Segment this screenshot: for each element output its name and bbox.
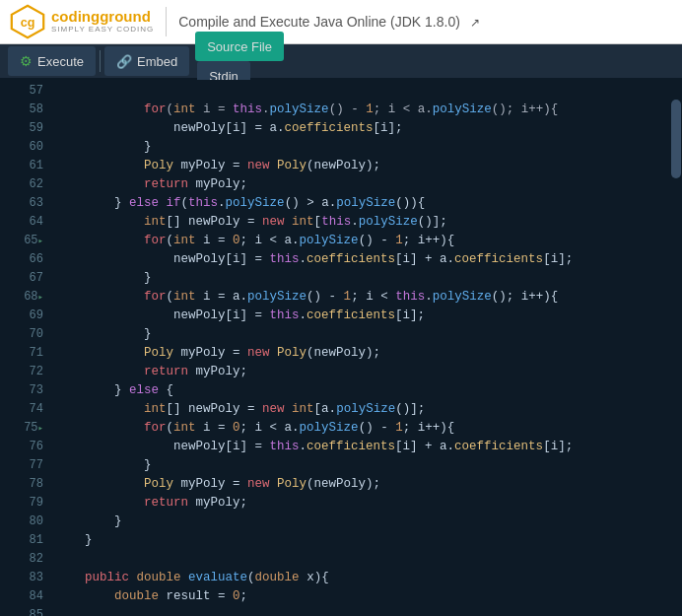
line-78: 78 (0, 475, 43, 494)
scrollbar-track[interactable] (670, 80, 682, 616)
code-line-75: for(int i = 0; i < a.polySize() - 1; i++… (55, 419, 670, 438)
code-line-69: newPoly[i] = this.coefficients[i]; (55, 307, 670, 325)
line-75: 75▸ (0, 419, 43, 438)
code-line-72: return myPoly; (55, 363, 670, 381)
code-line-62: return myPoly; (55, 175, 670, 194)
line-66: 66 (0, 250, 43, 269)
line-59: 59 (0, 119, 43, 138)
code-line-84: double result = 0; (55, 587, 670, 606)
source-file-tab[interactable]: Source File (195, 32, 284, 61)
header-divider (166, 7, 167, 36)
code-line-78: Poly myPoly = new Poly(newPoly); (55, 475, 670, 494)
code-line-58: for(int i = this.polySize() - 1; i < a.p… (55, 101, 670, 119)
logo-sub: simply easy coding (51, 26, 154, 34)
code-line-65: for(int i = 0; i < a.polySize() - 1; i++… (55, 232, 670, 250)
line-77: 77 (0, 456, 43, 475)
page-title: Compile and Execute Java Online (JDK 1.8… (178, 14, 479, 30)
logo: cg codingground simply easy coding (10, 4, 154, 39)
line-69: 69 (0, 307, 43, 325)
line-60: 60 (0, 138, 43, 157)
header: cg codingground simply easy coding Compi… (0, 0, 682, 44)
line-79: 79 (0, 494, 43, 513)
toolbar: ⚙ Execute 🔗 Embed Source File Stdin (0, 44, 682, 80)
code-line-60: } (55, 138, 670, 157)
line-61: 61 (0, 157, 43, 175)
line-76: 76 (0, 438, 43, 456)
execute-icon: ⚙ (20, 53, 33, 69)
embed-icon: 🔗 (116, 54, 132, 69)
code-line-67: } (55, 269, 670, 288)
line-72: 72 (0, 363, 43, 381)
code-line-64: int[] newPoly = new int[this.polySize()]… (55, 213, 670, 232)
line-65: 65▸ (0, 232, 43, 250)
code-line-80: } (55, 513, 670, 531)
line-63: 63 (0, 194, 43, 213)
code-line-81: } (55, 531, 670, 550)
line-74: 74 (0, 400, 43, 419)
embed-button[interactable]: 🔗 Embed (104, 46, 189, 76)
toolbar-separator (100, 50, 101, 72)
line-70: 70 (0, 325, 43, 344)
code-container: 57 58 59 60 61 62 63 64 65▸ 66 67 68▸ 69… (0, 80, 682, 616)
line-71: 71 (0, 344, 43, 363)
scrollbar-thumb[interactable] (671, 100, 681, 178)
code-line-79: return myPoly; (55, 494, 670, 513)
code-line-82 (55, 550, 670, 569)
code-line-74: int[] newPoly = new int[a.polySize()]; (55, 400, 670, 419)
line-81: 81 (0, 531, 43, 550)
code-line-66: newPoly[i] = this.coefficients[i] + a.co… (55, 250, 670, 269)
execute-button[interactable]: ⚙ Execute (8, 46, 96, 76)
line-57: 57 (0, 82, 43, 101)
external-link-icon[interactable]: ↗ (470, 16, 480, 30)
code-line-77: } (55, 456, 670, 475)
line-68: 68▸ (0, 288, 43, 307)
code-line-83: public double evaluate(double x){ (55, 569, 670, 587)
logo-main: codingground (51, 9, 154, 26)
code-line-70: } (55, 325, 670, 344)
line-58: 58 (0, 101, 43, 119)
code-line-63: } else if(this.polySize() > a.polySize()… (55, 194, 670, 213)
code-line-73: } else { (55, 381, 670, 400)
code-line-85 (55, 606, 670, 616)
code-line-59: newPoly[i] = a.coefficients[i]; (55, 119, 670, 138)
code-line-61: Poly myPoly = new Poly(newPoly); (55, 157, 670, 175)
line-numbers: 57 58 59 60 61 62 63 64 65▸ 66 67 68▸ 69… (0, 80, 51, 616)
code-line-76: newPoly[i] = this.coefficients[i] + a.co… (55, 438, 670, 456)
line-67: 67 (0, 269, 43, 288)
line-83: 83 (0, 569, 43, 587)
line-80: 80 (0, 513, 43, 531)
code-line-57 (55, 82, 670, 101)
line-64: 64 (0, 213, 43, 232)
svg-text:cg: cg (21, 16, 35, 30)
line-82: 82 (0, 550, 43, 569)
logo-icon: cg (10, 4, 45, 39)
code-line-71: Poly myPoly = new Poly(newPoly); (55, 344, 670, 363)
line-85: 85 (0, 606, 43, 616)
line-62: 62 (0, 175, 43, 194)
line-84: 84 (0, 587, 43, 606)
code-editor[interactable]: for(int i = this.polySize() - 1; i < a.p… (51, 80, 670, 616)
line-73: 73 (0, 381, 43, 400)
code-line-68: for(int i = a.polySize() - 1; i < this.p… (55, 288, 670, 307)
logo-text: codingground simply easy coding (51, 9, 154, 34)
